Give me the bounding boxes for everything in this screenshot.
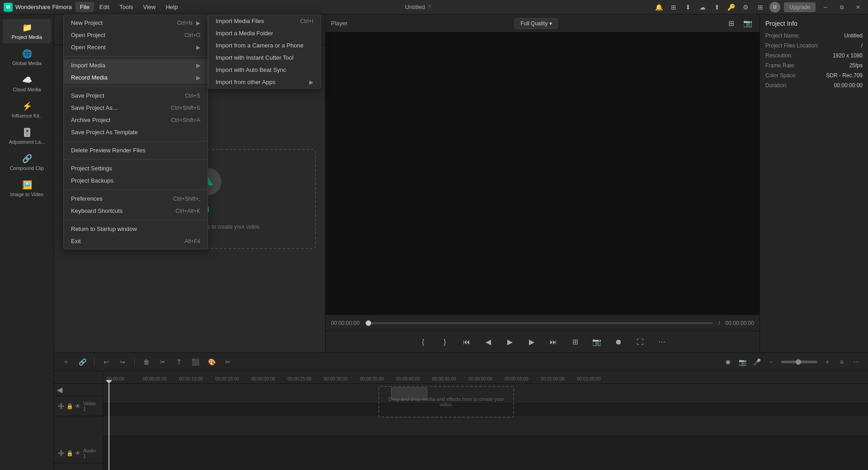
track-eye-icon[interactable]: 👁 bbox=[75, 403, 80, 409]
audio-eye-icon[interactable]: 👁 bbox=[75, 450, 80, 456]
progress-handle[interactable] bbox=[366, 320, 371, 326]
import-media-folder[interactable]: Import a Media Folder bbox=[208, 27, 321, 39]
timeline-more-icon[interactable]: ⋯ bbox=[850, 356, 863, 368]
notification-icon[interactable]: 🔔 bbox=[654, 2, 665, 13]
menu-open-recent[interactable]: Open Recent ▶ bbox=[64, 41, 208, 53]
settings-icon[interactable]: ⚙ bbox=[741, 2, 751, 13]
player-step-forward-icon[interactable]: ▶ bbox=[524, 335, 539, 349]
menu-open-project[interactable]: Open Project Ctrl+O bbox=[64, 29, 208, 41]
menu-return-startup[interactable]: Return to Startup window bbox=[64, 223, 208, 235]
menu-project-backups[interactable]: Project Backups bbox=[64, 174, 208, 187]
audio-lock-icon[interactable]: 🔒 bbox=[66, 450, 73, 456]
track-lock-icon[interactable]: 🔒 bbox=[66, 403, 73, 409]
upload-icon[interactable]: ⬆ bbox=[712, 2, 722, 13]
player-frame-back-icon[interactable]: ⏮ bbox=[459, 335, 474, 349]
import-instant-cutter[interactable]: Import with Instant Cutter Tool bbox=[208, 52, 321, 64]
player-crop-icon[interactable]: ⊞ bbox=[568, 335, 582, 349]
timeline-text-icon[interactable]: T bbox=[173, 356, 185, 368]
timeline-magnet-icon[interactable]: 🔗 bbox=[76, 356, 89, 368]
key-icon[interactable]: 🔑 bbox=[726, 2, 737, 13]
menu-file[interactable]: File bbox=[75, 2, 94, 12]
collapse-btn[interactable]: ◀ bbox=[54, 384, 103, 396]
menu-import-media[interactable]: Import Media ▶ bbox=[64, 59, 208, 71]
import-camera-phone[interactable]: Import from a Camera or a Phone bbox=[208, 39, 321, 52]
open-recent-arrow: ▶ bbox=[196, 44, 200, 51]
timeline-color-icon[interactable]: 🎨 bbox=[205, 356, 218, 368]
sidebar-item-project-media[interactable]: 📁 Project Media bbox=[3, 19, 51, 43]
progress-bar[interactable] bbox=[365, 322, 713, 324]
delete-preview-label: Delete Preview Render Files bbox=[71, 147, 146, 154]
menu-edit[interactable]: Edit bbox=[95, 2, 114, 12]
menu-delete-preview[interactable]: Delete Preview Render Files bbox=[64, 144, 208, 156]
player-in-point-icon[interactable]: { bbox=[416, 335, 430, 349]
menu-record-media[interactable]: Record Media ▶ bbox=[64, 71, 208, 84]
timeline-scissors-icon[interactable]: ✂ bbox=[222, 356, 234, 368]
timeline-camera-icon[interactable]: 📷 bbox=[736, 356, 749, 368]
zoom-handle[interactable] bbox=[796, 359, 801, 365]
import-auto-beat-sync[interactable]: Import with Auto Beat Sync bbox=[208, 64, 321, 76]
apps-icon[interactable]: ⊞ bbox=[755, 2, 766, 13]
sidebar-item-global-media[interactable]: 🌐 Global Media bbox=[3, 45, 51, 70]
player-fullscreen-icon[interactable]: ⛶ bbox=[633, 335, 647, 349]
user-avatar[interactable]: U bbox=[769, 2, 780, 13]
player-out-point-icon[interactable]: } bbox=[438, 335, 452, 349]
timeline-delete-icon[interactable]: 🗑 bbox=[140, 356, 153, 368]
project-backups-label: Project Backups bbox=[71, 177, 113, 184]
timeline-add-icon[interactable]: ＋ bbox=[60, 356, 72, 368]
timeline-cut-icon[interactable]: ✂ bbox=[156, 356, 169, 368]
sidebar-item-image-to-video[interactable]: 🖼️ Image to Video bbox=[3, 176, 51, 201]
player-frame-forward-icon[interactable]: ⏭ bbox=[546, 335, 561, 349]
menu-preferences[interactable]: Preferences Ctrl+Shift+, bbox=[64, 193, 208, 205]
menu-new-project[interactable]: New Project Ctrl+N ▶ bbox=[64, 17, 208, 29]
timeline-mic-icon[interactable]: 🎤 bbox=[750, 356, 763, 368]
sidebar-item-adjustment-la[interactable]: 🎚️ Adjustment La... bbox=[3, 124, 51, 148]
menu-tools[interactable]: Tools bbox=[115, 2, 137, 12]
playhead[interactable] bbox=[108, 384, 109, 470]
player-snapshot-icon[interactable]: 📷 bbox=[590, 335, 604, 349]
timeline-crop-icon[interactable]: ⬛ bbox=[189, 356, 202, 368]
menu-archive-project[interactable]: Archive Project Ctrl+Shift+A bbox=[64, 114, 208, 126]
minimize-button[interactable]: ─ bbox=[819, 2, 832, 13]
cloud-icon[interactable]: ☁ bbox=[697, 2, 708, 13]
timeline-undo-icon[interactable]: ↩ bbox=[100, 356, 113, 368]
quality-label: Full Quality bbox=[520, 20, 547, 27]
import-other-apps[interactable]: Import from other Apps ▶ bbox=[208, 76, 321, 88]
upgrade-button[interactable]: Upgrade bbox=[784, 2, 816, 12]
download-icon[interactable]: ⬇ bbox=[683, 2, 693, 13]
menu-view[interactable]: View bbox=[138, 2, 160, 12]
track-add-icon[interactable]: ➕ bbox=[58, 403, 65, 409]
new-project-label: New Project bbox=[71, 19, 103, 26]
grid-icon[interactable]: ⊞ bbox=[668, 2, 679, 13]
menu-exit[interactable]: Exit Alt+F4 bbox=[64, 235, 208, 247]
quality-button[interactable]: Full Quality ▾ bbox=[514, 18, 558, 29]
crop-icon[interactable]: ⊞ bbox=[725, 17, 738, 30]
player-step-back-icon[interactable]: ◀ bbox=[481, 335, 495, 349]
close-button[interactable]: ✕ bbox=[852, 2, 864, 13]
timeline-redo-icon[interactable]: ↪ bbox=[116, 356, 129, 368]
ruler: 00:00:00 00:00:05:00 00:00:10:00 00:00:1… bbox=[103, 371, 868, 384]
menu-project-settings[interactable]: Project Settings bbox=[64, 162, 208, 174]
zoom-in-icon[interactable]: ＋ bbox=[821, 356, 834, 368]
player-record-icon[interactable]: ⏺ bbox=[611, 335, 626, 349]
menu-save-project-as[interactable]: Save Project As... Ctrl+Shift+S bbox=[64, 102, 208, 114]
sidebar-item-cloud-media[interactable]: ☁️ Cloud Media bbox=[3, 71, 51, 96]
screenshot-icon[interactable]: 📷 bbox=[741, 17, 754, 30]
sidebar-item-influence-kit[interactable]: ⚡ Influence Kit . bbox=[3, 98, 51, 122]
player-more-icon[interactable]: ⋯ bbox=[655, 335, 669, 349]
menu-save-project[interactable]: Save Project Ctrl+S bbox=[64, 89, 208, 102]
import-media-files[interactable]: Import Media Files Ctrl+I bbox=[208, 15, 321, 27]
restore-button[interactable]: ⧉ bbox=[835, 2, 848, 13]
menu-keyboard-shortcuts[interactable]: Keyboard Shortcuts Ctrl+Alt+K bbox=[64, 205, 208, 217]
menu-save-as-template[interactable]: Save Project As Template bbox=[64, 126, 208, 138]
sidebar-item-compound-clip[interactable]: 🔗 Compound Clip bbox=[3, 150, 51, 174]
timeline-list-icon[interactable]: ≡ bbox=[835, 356, 848, 368]
timeline-record-icon[interactable]: ⏺ bbox=[722, 356, 734, 368]
zoom-out-icon[interactable]: － bbox=[765, 356, 778, 368]
player-play-icon[interactable]: ▶ bbox=[503, 335, 517, 349]
player-area: Player Full Quality ▾ ⊞ 📷 bbox=[326, 14, 760, 352]
zoom-slider[interactable] bbox=[781, 361, 817, 363]
audio-add-icon[interactable]: ➕ bbox=[58, 450, 65, 456]
menu-help[interactable]: Help bbox=[161, 2, 182, 12]
help-icon[interactable]: ? bbox=[428, 4, 431, 10]
preferences-label: Preferences bbox=[71, 195, 103, 202]
